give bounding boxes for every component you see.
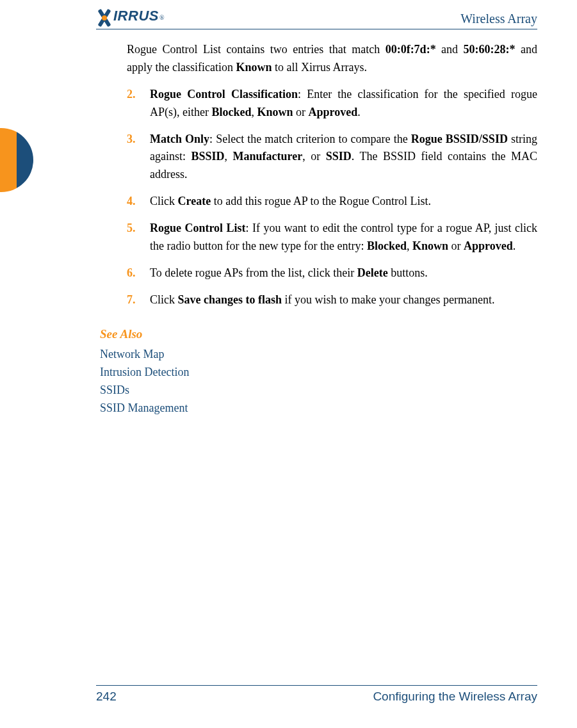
step-number: 6. <box>127 264 136 282</box>
step-text: . <box>357 106 361 118</box>
step-bold-text: Manufacturer <box>233 150 303 163</box>
step-bold-text: Known <box>257 106 293 118</box>
step-bold-text: Create <box>178 195 211 207</box>
see-also-link[interactable]: SSIDs <box>100 382 537 400</box>
step-bold-text: Rogue Control List <box>150 222 246 234</box>
step-text: , or <box>302 150 326 163</box>
page-number: 242 <box>96 690 117 704</box>
step-bold-text: Blocked <box>211 106 251 118</box>
step-bold-text: Delete <box>357 266 388 279</box>
step-bold-text: Match Only <box>150 133 209 145</box>
step-item: 5.Rogue Control List: If you want to edi… <box>127 220 537 255</box>
xirrus-logo: IRRUS ® <box>96 8 165 26</box>
step-bold-text: SSID <box>326 150 352 163</box>
page-header: IRRUS ® Wireless Array <box>96 9 537 29</box>
step-bold-text: BSSID <box>191 150 225 163</box>
step-text: or <box>448 239 464 252</box>
step-text: Click <box>150 293 178 306</box>
step-text: buttons. <box>388 266 428 279</box>
lead-text: Rogue Control List contains two entries … <box>127 43 386 56</box>
page-content: Rogue Control List contains two entries … <box>127 41 537 417</box>
step-text: , <box>225 150 233 163</box>
step-text: Click <box>150 195 178 207</box>
step-item: 4.Click Create to add this rogue AP to t… <box>127 193 537 211</box>
logo-registered: ® <box>159 14 165 21</box>
step-text: , <box>252 106 257 118</box>
step-number: 3. <box>127 131 136 149</box>
keyword-known: Known <box>236 61 272 74</box>
step-text: if you wish to make your changes permane… <box>282 293 494 306</box>
side-tab-icon <box>0 128 33 192</box>
step-bold-text: Blocked <box>367 239 407 252</box>
step-bold-text: Approved <box>309 106 358 118</box>
see-also-links: Network MapIntrusion DetectionSSIDsSSID … <box>100 346 537 417</box>
see-also-link[interactable]: Intrusion Detection <box>100 364 537 382</box>
see-also-link[interactable]: SSID Management <box>100 400 537 417</box>
logo-text: IRRUS <box>113 8 159 24</box>
step-text: . <box>513 239 516 252</box>
mac-address-1: 00:0f:7d:* <box>386 43 436 56</box>
lead-text: to all Xirrus Arrays. <box>272 61 366 74</box>
step-bold-text: Save changes to flash <box>178 293 282 306</box>
see-also-section: See Also Network MapIntrusion DetectionS… <box>100 325 537 417</box>
step-item: 3.Match Only: Select the match criterion… <box>127 131 537 184</box>
step-text: To delete rogue APs from the list, click… <box>150 266 357 279</box>
lead-text: and <box>436 43 464 56</box>
mac-address-2: 50:60:28:* <box>464 43 516 56</box>
step-number: 2. <box>127 86 136 104</box>
step-number: 7. <box>127 291 136 309</box>
step-text: , <box>407 239 412 252</box>
step-item: 6.To delete rogue APs from the list, cli… <box>127 264 537 282</box>
step-text: to add this rogue AP to the Rogue Contro… <box>211 195 431 207</box>
step-text: : Select the match criterion to compare … <box>209 133 411 145</box>
step-item: 7.Click Save changes to flash if you wis… <box>127 291 537 309</box>
see-also-heading: See Also <box>100 325 537 343</box>
step-number: 4. <box>127 193 136 211</box>
page-footer: 242 Configuring the Wireless Array <box>96 685 537 704</box>
steps-list: 2.Rogue Control Classification: Enter th… <box>127 86 537 309</box>
step-number: 5. <box>127 220 136 238</box>
step-bold-text: Rogue Control Classification <box>150 88 298 101</box>
logo-x-icon <box>96 10 112 26</box>
section-title: Configuring the Wireless Array <box>373 690 537 704</box>
step-bold-text: Rogue BSSID/SSID <box>411 133 508 145</box>
see-also-link[interactable]: Network Map <box>100 346 537 364</box>
step-item: 2.Rogue Control Classification: Enter th… <box>127 86 537 122</box>
document-title: Wireless Array <box>460 12 537 28</box>
step-bold-text: Known <box>412 239 448 252</box>
lead-paragraph: Rogue Control List contains two entries … <box>127 41 537 77</box>
step-bold-text: Approved <box>464 239 513 252</box>
step-text: or <box>293 106 309 118</box>
